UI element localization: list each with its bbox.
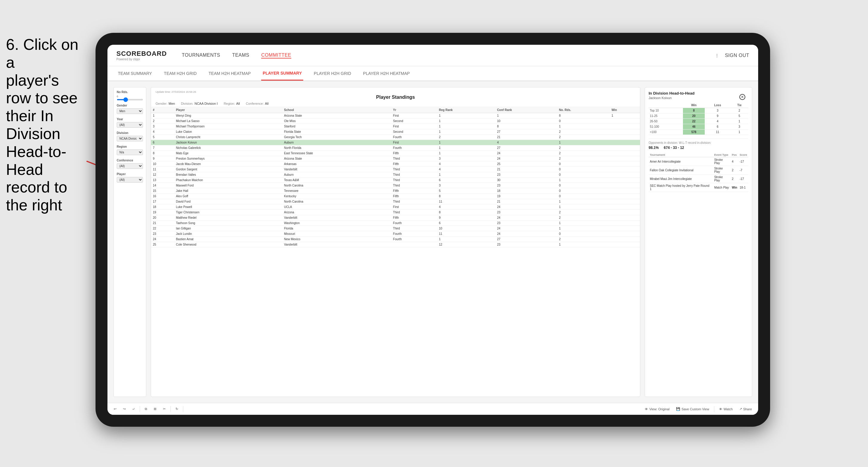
table-row[interactable]: 23 Jack Lundin Missouri Fourth 11 24 0 <box>151 231 640 237</box>
table-row[interactable]: 12 Brendan Valles Auburn Third 1 23 0 <box>151 172 640 178</box>
table-row[interactable]: 25 Cole Sherwood Vanderbilt 12 23 1 <box>151 242 640 247</box>
no-rds-slider[interactable]: 6 <box>117 95 143 100</box>
cell-yr <box>391 242 437 247</box>
player-select[interactable]: (All) <box>117 177 143 183</box>
table-row[interactable]: 8 Mats Ege East Tennessee State Fifth 1 … <box>151 151 640 156</box>
cell-conf: 30 <box>495 178 557 183</box>
table-row[interactable]: 5 Christo Lamprecht Georgia Tech Fourth … <box>151 134 640 140</box>
paste-button[interactable]: ⊞ <box>152 406 158 412</box>
table-row[interactable]: 4 Luke Claton Florida State Second 1 27 … <box>151 129 640 134</box>
cell-rds: 1 <box>557 226 610 231</box>
cell-num: 19 <box>151 210 174 215</box>
redo-button[interactable]: ↪ <box>121 406 127 412</box>
sub-nav-team-h2h-heatmap[interactable]: TEAM H2H HEATMAP <box>207 66 252 81</box>
table-row[interactable]: 13 Phachakun Maichon Texas A&M Third 6 3… <box>151 178 640 183</box>
undo-button[interactable]: ↩ <box>112 406 118 412</box>
share-button[interactable]: ↗ Share <box>738 406 754 412</box>
t-type: Match Play <box>713 183 731 192</box>
save-custom-button[interactable]: 💾 Save Custom View <box>674 406 711 412</box>
sub-nav-player-h2h-heatmap[interactable]: PLAYER H2H HEATMAP <box>362 66 411 81</box>
standings-title: Player Standings <box>156 95 636 100</box>
h2h-close-button[interactable]: ✕ <box>739 94 745 100</box>
cell-win <box>610 151 640 156</box>
cell-player: Jackson Koivun <box>174 140 282 145</box>
table-row[interactable]: 22 Ian Gilligan Florida Third 10 24 1 <box>151 226 640 231</box>
cell-school: Vanderbilt <box>282 167 391 172</box>
t-name: Fallon Oak Collegiate Invitational <box>649 166 713 175</box>
cell-conf: 27 <box>495 145 557 151</box>
cell-reg: 3 <box>437 183 495 188</box>
cell-win <box>610 220 640 226</box>
t-col-tournament: Tournament <box>649 153 713 157</box>
h2h-panel: In Division Head-to-Head Jackson Koivun … <box>645 87 752 397</box>
cell-num: 8 <box>151 151 174 156</box>
table-row[interactable]: 9 Preston Summerhays Arizona State Third… <box>151 156 640 161</box>
toolbar-sep2 <box>170 406 171 412</box>
gender-filter-label: Gender <box>117 104 143 107</box>
sub-nav-player-summary[interactable]: PLAYER SUMMARY <box>261 66 303 81</box>
cell-win <box>610 188 640 194</box>
table-row[interactable]: 11 Gordon Sargent Vanderbilt Third 4 21 … <box>151 167 640 172</box>
nav-committee[interactable]: COMMITTEE <box>261 53 291 59</box>
table-row[interactable]: 2 Michael La Sasso Ole Miss Second 1 10 … <box>151 119 640 124</box>
update-time: Update time: 27/03/2024 16:56:26 <box>156 90 636 93</box>
cell-player: Luke Claton <box>174 129 282 134</box>
cell-rds: 0 <box>557 172 610 178</box>
no-rds-range-input[interactable] <box>117 99 143 100</box>
gender-select[interactable]: Men <box>117 108 143 114</box>
refresh-button[interactable]: ↻ <box>174 406 180 412</box>
cell-player: Maxwell Ford <box>174 183 282 188</box>
sub-nav-player-h2h-grid[interactable]: PLAYER H2H GRID <box>312 66 352 81</box>
standings-panel: Update time: 27/03/2024 16:56:26 Player … <box>151 87 640 397</box>
division-select[interactable]: NCAA Division I <box>117 136 143 142</box>
redo2-button[interactable]: ⤾ <box>130 406 137 412</box>
nav-links: TOURNAMENTS TEAMS COMMITTEE <box>182 53 715 59</box>
player-filter: Player (All) <box>117 173 143 183</box>
cut-button[interactable]: ✂ <box>161 406 167 412</box>
table-row[interactable]: 21 Taehoon Song Washington Fourth 6 23 1 <box>151 220 640 226</box>
table-row[interactable]: 14 Maxwell Ford North Carolina Third 3 2… <box>151 183 640 188</box>
region-select[interactable]: N/a <box>117 150 143 155</box>
cell-player: Jacob Mau-Diesen <box>174 161 282 167</box>
standings-filters: Gender: Men Division: NCAA Division I Re… <box>156 102 636 105</box>
table-row[interactable]: 19 Tiger Christensen Arizona Third 8 23 … <box>151 210 640 215</box>
sign-out-link[interactable]: Sign out <box>725 53 749 58</box>
cell-reg: 1 <box>437 151 495 156</box>
sub-nav-team-h2h-grid[interactable]: TEAM H2H GRID <box>162 66 198 81</box>
cell-reg: 4 <box>437 167 495 172</box>
nav-teams[interactable]: TEAMS <box>232 53 250 59</box>
table-row[interactable]: 18 Luke Powell UCLA First 4 24 1 <box>151 205 640 210</box>
nav-tournaments[interactable]: TOURNAMENTS <box>182 53 220 59</box>
cell-yr: Fifth <box>391 215 437 220</box>
table-row[interactable]: 7 Nicholas Gabrelick North Florida Fourt… <box>151 145 640 151</box>
table-row[interactable]: 24 Bastien Amat New Mexico Fourth 1 27 2 <box>151 237 640 242</box>
table-row[interactable]: 17 David Ford North Carolina Third 11 21… <box>151 199 640 205</box>
t-score: 18-1 <box>739 183 748 192</box>
cell-conf: 1 <box>495 113 557 119</box>
eye-icon: 👁 <box>645 407 648 411</box>
h2h-col-win: Win <box>683 103 705 108</box>
table-row[interactable]: 3 Michael Thorbjornsen Stanford First 1 … <box>151 124 640 129</box>
sub-nav-team-summary[interactable]: TEAM SUMMARY <box>116 66 153 81</box>
t-pos: 2 <box>731 175 739 183</box>
cell-player: Michael Thorbjornsen <box>174 124 282 129</box>
cell-win: 1 <box>610 113 640 119</box>
table-row[interactable]: 15 Jake Hall Tennessee Fifth 5 18 0 <box>151 188 640 194</box>
table-row[interactable]: 10 Jacob Mau-Diesen Arkansas Fifth 4 25 … <box>151 161 640 167</box>
view-original-button[interactable]: 👁 View: Original <box>643 406 671 412</box>
table-row[interactable]: 6 Jackson Koivun Auburn First 1 4 1 <box>151 140 640 145</box>
tournament-row: Amer Ari Intercollegiate Stroke Play 4 -… <box>649 157 748 166</box>
year-select[interactable]: (All) <box>117 122 143 128</box>
h2h-win-cell: 46 <box>683 124 705 129</box>
cell-reg: 12 <box>437 242 495 247</box>
copy-button[interactable]: ⧉ <box>143 406 149 412</box>
cell-school: North Florida <box>282 145 391 151</box>
table-row[interactable]: 16 Alex Goff Kentucky Fifth 8 19 0 <box>151 194 640 199</box>
cell-num: 10 <box>151 161 174 167</box>
table-row[interactable]: 20 Matthew Riedel Vanderbilt Fifth 9 24 … <box>151 215 640 220</box>
watch-button[interactable]: 👁 Watch <box>717 406 735 412</box>
conference-select[interactable]: (All) <box>117 163 143 169</box>
cell-school: Stanford <box>282 124 391 129</box>
table-row[interactable]: 1 Wenyi Ding Arizona State First 1 1 8 1 <box>151 113 640 119</box>
h2h-loss-cell: 9 <box>705 114 731 119</box>
